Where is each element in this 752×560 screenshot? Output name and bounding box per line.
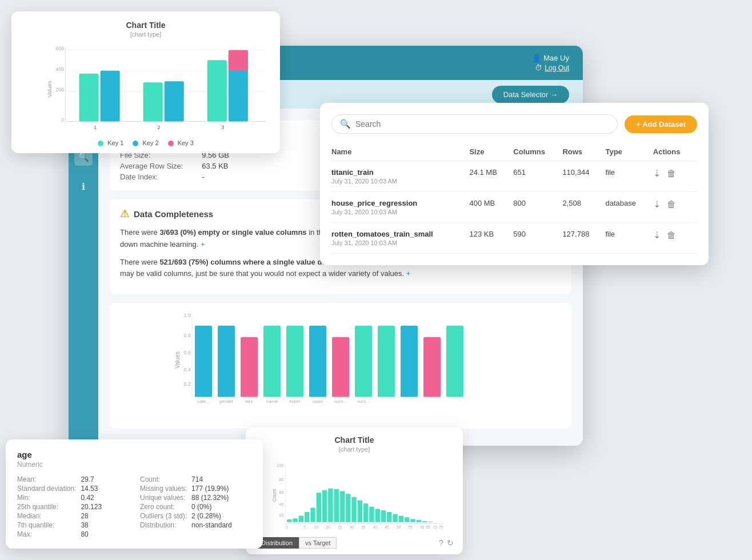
stats-left-col: Mean:29.7 Standard deviation:14.53 Min:0… xyxy=(17,475,129,538)
stat-val: 0 (0%) xyxy=(191,503,251,511)
dataset-name-cell: house_price_regression July 31, 2020 10:… xyxy=(331,192,469,223)
delete-icon[interactable]: 🗑 xyxy=(667,230,676,240)
svg-rect-13 xyxy=(332,337,349,397)
svg-text:Values: Values xyxy=(174,351,181,369)
col-actions: Actions xyxy=(653,143,697,161)
svg-rect-57 xyxy=(299,516,303,522)
dataset-actions: ⇣ 🗑 xyxy=(653,161,697,192)
dataset-actions: ⇣ 🗑 xyxy=(653,192,697,223)
dataset-card: 🔍 + Add Dataset Name Size Columns Rows T… xyxy=(320,103,709,265)
chart-subtitle-bottom: [chart type] xyxy=(255,446,454,453)
dataset-rows: 110,344 xyxy=(562,161,605,192)
svg-text:ticket: ticket xyxy=(290,399,301,404)
stats-left-grid: Mean:29.7 Standard deviation:14.53 Min:0… xyxy=(17,475,129,538)
search-box[interactable]: 🔍 xyxy=(331,114,618,134)
expand-link-1[interactable]: + xyxy=(201,240,205,249)
legend-dot-key2 xyxy=(133,141,138,146)
svg-rect-38 xyxy=(79,74,99,122)
stat-val: 177 (19.9%) xyxy=(191,485,251,493)
dataset-type: file xyxy=(605,161,653,192)
logout-label[interactable]: Log Out xyxy=(545,64,569,72)
dataset-name: rotten_tomatoes_train_small xyxy=(331,230,462,238)
svg-rect-42 xyxy=(207,60,227,121)
stat-val: 29.7 xyxy=(81,475,129,483)
col-name: Name xyxy=(331,143,469,161)
svg-rect-68 xyxy=(363,503,368,522)
stat-label: Min: xyxy=(17,494,76,502)
svg-rect-18 xyxy=(446,326,463,397)
svg-text:40: 40 xyxy=(279,502,283,507)
stat-label: Outliers (3 std): xyxy=(140,512,187,520)
stats-two-col: Mean:29.7 Standard deviation:14.53 Min:0… xyxy=(17,475,251,538)
app-header-user: 👤 Mae Uy ⏱ Log Out xyxy=(532,54,569,72)
svg-text:num...: num... xyxy=(357,399,370,404)
stat-label: Unique values: xyxy=(140,494,187,502)
svg-rect-41 xyxy=(165,81,184,121)
svg-rect-77 xyxy=(417,520,421,522)
svg-rect-11 xyxy=(286,326,303,397)
stats-field-card: age Numeric Mean:29.7 Standard deviation… xyxy=(6,439,263,549)
svg-text:20: 20 xyxy=(279,513,283,518)
svg-text:0.8: 0.8 xyxy=(183,333,191,338)
chart-card-bottom: Chart Title [chart type] Count 100 80 60… xyxy=(246,427,463,554)
legend-label-key3: Key 3 xyxy=(178,139,194,146)
add-dataset-button[interactable]: + Add Dataset xyxy=(625,115,697,133)
svg-rect-70 xyxy=(375,509,380,522)
svg-text:class: class xyxy=(313,399,323,404)
tab-vs-target[interactable]: vs Target xyxy=(299,537,337,549)
stat-label: Missing values: xyxy=(140,485,187,493)
stat-label: 7th quantile: xyxy=(17,521,76,529)
svg-text:10: 10 xyxy=(314,525,319,529)
stat-label: Mean: xyxy=(17,475,76,483)
help-icon[interactable]: ? xyxy=(439,538,443,547)
legend-key3: Key 3 xyxy=(168,139,194,146)
download-icon[interactable]: ⇣ xyxy=(653,199,661,209)
dataset-columns: 800 xyxy=(513,192,562,223)
histogram-svg: Count 100 80 60 40 20 xyxy=(272,458,454,533)
stat-val: 0.42 xyxy=(81,494,129,502)
refresh-icon[interactable]: ↻ xyxy=(447,538,454,547)
dataset-rows: 127,788 xyxy=(562,223,605,254)
warning-icon: ⚠ xyxy=(120,207,129,220)
svg-text:45: 45 xyxy=(385,525,389,529)
col-size: Size xyxy=(469,143,513,161)
expand-link-2[interactable]: + xyxy=(406,269,411,278)
svg-text:name: name xyxy=(266,399,278,404)
stat-val: 14.53 xyxy=(81,485,129,493)
svg-text:1: 1 xyxy=(94,124,97,130)
svg-rect-59 xyxy=(310,508,315,522)
svg-text:400: 400 xyxy=(56,66,65,72)
chart-title-bottom: Chart Title xyxy=(255,435,454,445)
svg-rect-73 xyxy=(393,514,397,522)
svg-text:70: 70 xyxy=(433,525,438,529)
chart-actions: ? ↻ xyxy=(439,538,454,547)
stat-val: 2 (0.28%) xyxy=(191,512,251,520)
search-input[interactable] xyxy=(355,119,609,129)
svg-text:30: 30 xyxy=(350,525,354,529)
download-icon[interactable]: ⇣ xyxy=(653,169,661,178)
svg-text:1.0: 1.0 xyxy=(183,313,191,318)
svg-rect-60 xyxy=(317,493,321,522)
svg-rect-66 xyxy=(351,497,356,522)
dataset-toolbar: 🔍 + Add Dataset xyxy=(331,114,697,134)
svg-text:0.2: 0.2 xyxy=(183,381,191,387)
dataset-date: July 31, 2020 10:03 AM xyxy=(331,178,462,185)
dataset-type: file xyxy=(605,223,653,254)
svg-text:60: 60 xyxy=(279,490,283,495)
dataset-size: 123 KB xyxy=(469,223,513,254)
svg-text:0: 0 xyxy=(286,525,288,529)
stat-val: 38 xyxy=(81,521,129,529)
data-selector-button[interactable]: Data Selector → xyxy=(492,86,569,103)
chart-title-top: Chart Title xyxy=(23,21,269,30)
download-icon[interactable]: ⇣ xyxy=(653,230,661,240)
delete-icon[interactable]: 🗑 xyxy=(667,169,676,178)
sidebar-item-info[interactable]: ℹ xyxy=(74,177,93,195)
stat-val: 88 (12.32%) xyxy=(191,494,251,502)
delete-icon[interactable]: 🗑 xyxy=(667,199,676,209)
svg-text:Values: Values xyxy=(46,81,53,97)
svg-rect-9 xyxy=(241,337,258,397)
col-type: Type xyxy=(605,143,653,161)
svg-rect-61 xyxy=(322,490,327,522)
bar-chart-top-wrap: Values 600 400 200 0 1 2 3 xyxy=(23,43,269,135)
chart-card-top: Chart Title [chart type] Values 600 400 … xyxy=(11,11,280,153)
